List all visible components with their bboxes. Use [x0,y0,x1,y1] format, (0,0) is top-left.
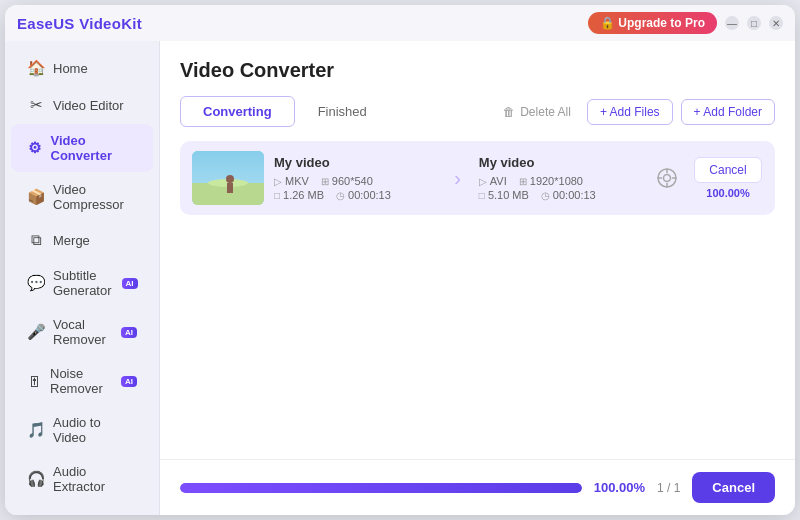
sidebar-label-vocal-remover: Vocal Remover [53,317,111,347]
file-cancel-area: Cancel 100.00% [693,157,763,199]
table-row: My video ▷ MKV ⊞ 960*540 [180,141,775,215]
bottom-cancel-button[interactable]: Cancel [692,472,775,503]
output-format: ▷ AVI [479,175,507,187]
out-res-icon: ⊞ [519,176,527,187]
content-header: Video Converter Converting Finished 🗑 De… [160,41,795,141]
sidebar-label-audio-converter: Audio Converter [51,513,137,515]
sidebar-label-video-converter: Video Converter [51,133,137,163]
source-file-name: My video [274,155,436,170]
sidebar-item-vocal-remover[interactable]: 🎤Vocal RemoverAI [11,308,153,356]
page-title: Video Converter [180,59,775,82]
delete-all-label: Delete All [520,105,571,119]
add-files-button[interactable]: + Add Files [587,99,673,125]
sidebar-item-video-converter[interactable]: ⚙Video Converter [11,124,153,172]
out-size-icon: □ [479,190,485,201]
badge-subtitle-generator: AI [122,278,138,289]
output-file-name: My video [479,155,641,170]
tabs-row: Converting Finished 🗑 Delete All + Add F… [180,96,775,127]
output-file-info: My video ▷ AVI ⊞ 1920*1080 [479,155,641,201]
output-resolution: ⊞ 1920*1080 [519,175,583,187]
close-button[interactable]: ✕ [769,16,783,30]
title-bar: EaseUS VideoKit 🔒 Upgrade to Pro — □ ✕ [5,5,795,41]
sidebar: 🏠Home✂Video Editor⚙Video Converter📦Video… [5,41,160,515]
tab-actions: 🗑 Delete All + Add Files + Add Folder [495,99,775,125]
progress-bar-fill [180,483,582,493]
size-icon: □ [274,190,280,201]
dur-icon: ◷ [336,190,345,201]
source-file-meta: ▷ MKV ⊞ 960*540 □ [274,175,436,201]
settings-button[interactable] [651,162,683,194]
main-area: 🏠Home✂Video Editor⚙Video Converter📦Video… [5,41,795,515]
sidebar-item-video-editor[interactable]: ✂Video Editor [11,87,153,123]
output-file-meta: ▷ AVI ⊞ 1920*1080 □ [479,175,641,201]
sidebar-label-home: Home [53,61,88,76]
merge-icon: ⧉ [27,231,45,249]
content-area: Video Converter Converting Finished 🗑 De… [160,41,795,515]
source-file-info: My video ▷ MKV ⊞ 960*540 [274,155,436,201]
sidebar-item-audio-converter[interactable]: ♪Audio Converter [11,504,153,515]
svg-point-6 [664,175,671,182]
source-size: □ 1.26 MB [274,189,324,201]
out-dur-icon: ◷ [541,190,550,201]
progress-bar-container [180,483,582,493]
sidebar-item-merge[interactable]: ⧉Merge [11,222,153,258]
sidebar-label-merge: Merge [53,233,90,248]
source-duration: ◷ 00:00:13 [336,189,391,201]
tab-converting[interactable]: Converting [180,96,295,127]
audio-extractor-icon: 🎧 [27,470,45,488]
sidebar-item-audio-extractor[interactable]: 🎧Audio Extractor [11,455,153,503]
title-bar-right: 🔒 Upgrade to Pro — □ ✕ [588,12,783,34]
upgrade-button[interactable]: 🔒 Upgrade to Pro [588,12,717,34]
trash-icon: 🗑 [503,105,515,119]
sidebar-item-noise-remover[interactable]: 🎚Noise RemoverAI [11,357,153,405]
video-converter-icon: ⚙ [27,139,43,157]
add-folder-button[interactable]: + Add Folder [681,99,775,125]
sidebar-item-subtitle-generator[interactable]: 💬Subtitle GeneratorAI [11,259,153,307]
maximize-button[interactable]: □ [747,16,761,30]
svg-point-3 [226,175,234,183]
file-list: My video ▷ MKV ⊞ 960*540 [160,141,795,459]
window-controls: — □ ✕ [725,16,783,30]
video-compressor-icon: 📦 [27,188,45,206]
output-duration: ◷ 00:00:13 [541,189,596,201]
file-progress-label: 100.00% [706,187,749,199]
file-thumbnail [192,151,264,205]
app-logo: EaseUS VideoKit [17,15,142,32]
page-counter: 1 / 1 [657,481,680,495]
tab-finished[interactable]: Finished [295,96,390,127]
progress-label: 100.00% [594,480,645,495]
subtitle-generator-icon: 💬 [27,274,45,292]
sidebar-label-video-editor: Video Editor [53,98,124,113]
sidebar-item-video-compressor[interactable]: 📦Video Compressor [11,173,153,221]
bottom-bar: 100.00% 1 / 1 Cancel [160,459,795,515]
sidebar-label-subtitle-generator: Subtitle Generator [53,268,112,298]
sidebar-label-audio-extractor: Audio Extractor [53,464,137,494]
sidebar-item-home[interactable]: 🏠Home [11,50,153,86]
svg-rect-4 [227,183,233,193]
vocal-remover-icon: 🎤 [27,323,45,341]
output-size: □ 5.10 MB [479,189,529,201]
out-format-icon: ▷ [479,176,487,187]
source-resolution: ⊞ 960*540 [321,175,373,187]
badge-noise-remover: AI [121,376,137,387]
source-format: ▷ MKV [274,175,309,187]
app-window: EaseUS VideoKit 🔒 Upgrade to Pro — □ ✕ 🏠… [5,5,795,515]
sidebar-label-video-compressor: Video Compressor [53,182,137,212]
arrow-area: › [446,167,469,190]
audio-to-video-icon: 🎵 [27,421,45,439]
noise-remover-icon: 🎚 [27,373,42,390]
minimize-button[interactable]: — [725,16,739,30]
sidebar-item-audio-to-video[interactable]: 🎵Audio to Video [11,406,153,454]
convert-arrow-icon: › [454,167,461,190]
home-icon: 🏠 [27,59,45,77]
format-icon: ▷ [274,176,282,187]
file-cancel-button[interactable]: Cancel [694,157,761,183]
sidebar-label-audio-to-video: Audio to Video [53,415,137,445]
badge-vocal-remover: AI [121,327,137,338]
video-editor-icon: ✂ [27,96,45,114]
sidebar-label-noise-remover: Noise Remover [50,366,111,396]
res-icon: ⊞ [321,176,329,187]
delete-all-button[interactable]: 🗑 Delete All [495,100,579,124]
